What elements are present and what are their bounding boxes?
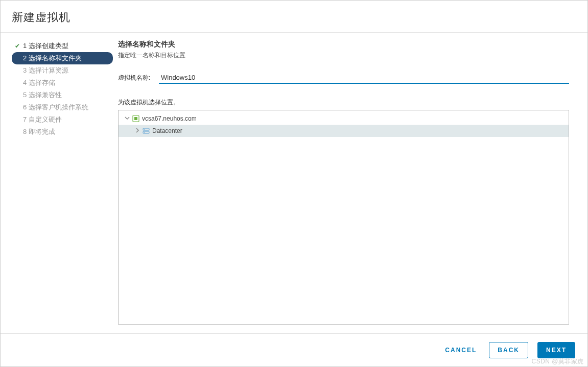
vcenter-icon: [132, 114, 140, 123]
svg-point-5: [144, 132, 145, 133]
datacenter-icon: [142, 127, 150, 135]
back-button[interactable]: BACK: [489, 342, 528, 358]
section-title: 选择名称和文件夹: [118, 40, 569, 49]
step-6-guest-os: ✔ 6 选择客户机操作系统: [12, 101, 113, 113]
vm-name-field-row: 虚拟机名称:: [118, 72, 569, 84]
cancel-button[interactable]: CANCEL: [442, 342, 480, 358]
step-4-storage: ✔ 4 选择存储: [12, 77, 113, 89]
new-vm-dialog: 新建虚拟机 ✔ 1 选择创建类型 ✔ 2 选择名称和文件夹 ✔ 3 选择计算资源…: [0, 0, 588, 367]
step-2-name-folder[interactable]: ✔ 2 选择名称和文件夹: [12, 52, 113, 64]
step-label: 8 即将完成: [23, 127, 55, 136]
svg-rect-3: [143, 131, 149, 133]
step-label: 7 自定义硬件: [23, 115, 62, 124]
dialog-title: 新建虚拟机: [12, 10, 576, 25]
svg-rect-2: [143, 128, 149, 130]
wizard-steps-sidebar: ✔ 1 选择创建类型 ✔ 2 选择名称和文件夹 ✔ 3 选择计算资源 ✔ 4 选…: [1, 33, 118, 333]
step-label: 3 选择计算资源: [23, 66, 68, 75]
step-label: 6 选择客户机操作系统: [23, 103, 88, 112]
dialog-body: ✔ 1 选择创建类型 ✔ 2 选择名称和文件夹 ✔ 3 选择计算资源 ✔ 4 选…: [1, 33, 587, 333]
svg-point-4: [144, 129, 145, 130]
section-subtitle: 指定唯一名称和目标位置: [118, 51, 569, 60]
step-7-customize-hardware: ✔ 7 自定义硬件: [12, 113, 113, 126]
step-5-compatibility: ✔ 5 选择兼容性: [12, 89, 113, 101]
tree-node-label: Datacenter: [152, 127, 182, 134]
tree-node-vcenter[interactable]: vcsa67.neuhos.com: [119, 112, 569, 125]
step-label: 2 选择名称和文件夹: [23, 54, 82, 63]
location-tree[interactable]: vcsa67.neuhos.com Datacenter: [118, 110, 569, 325]
checkmark-icon: ✔: [15, 42, 22, 50]
tree-node-datacenter[interactable]: Datacenter: [119, 125, 569, 137]
next-button[interactable]: NEXT: [537, 342, 575, 358]
step-1-creation-type[interactable]: ✔ 1 选择创建类型: [12, 40, 113, 52]
chevron-right-icon[interactable]: [134, 128, 141, 134]
step-label: 4 选择存储: [23, 78, 55, 87]
vm-name-input[interactable]: [159, 72, 569, 84]
step-8-ready-complete: ✔ 8 即将完成: [12, 126, 113, 138]
vm-name-label: 虚拟机名称:: [118, 74, 159, 82]
svg-rect-1: [134, 117, 137, 120]
dialog-header: 新建虚拟机: [1, 1, 587, 33]
dialog-footer: CANCEL BACK NEXT: [1, 333, 587, 366]
step-label: 1 选择创建类型: [23, 41, 68, 51]
tree-node-label: vcsa67.neuhos.com: [142, 115, 197, 122]
chevron-down-icon[interactable]: [124, 116, 131, 122]
location-label: 为该虚拟机选择位置。: [118, 98, 569, 107]
step-label: 5 选择兼容性: [23, 90, 62, 100]
step-3-compute-resource: ✔ 3 选择计算资源: [12, 64, 113, 77]
wizard-content: 选择名称和文件夹 指定唯一名称和目标位置 虚拟机名称: 为该虚拟机选择位置。: [118, 33, 587, 333]
